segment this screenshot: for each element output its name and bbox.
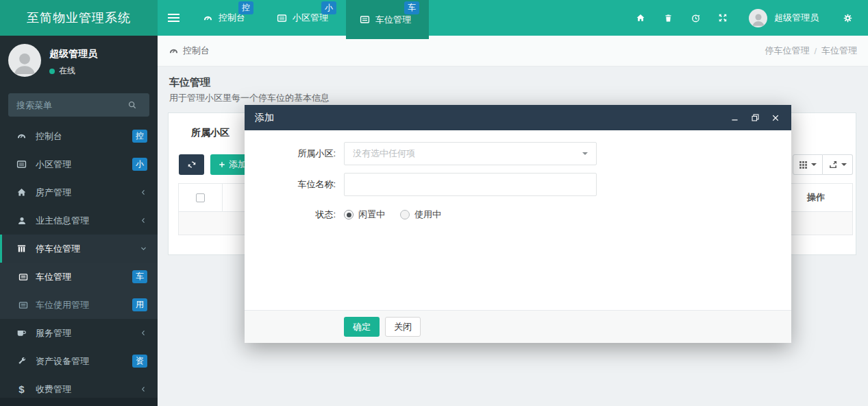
dialog-body: 所属小区: 没有选中任何项 车位名称: 状态: 闲置中 xyxy=(245,130,791,310)
navbar-tab-dashboard[interactable]: 控制台 控 xyxy=(189,0,263,36)
search-button[interactable] xyxy=(127,95,148,115)
columns-button[interactable] xyxy=(793,154,823,175)
app-title: 至简物业管理系统 xyxy=(27,10,131,26)
navbar-tab-parking[interactable]: 车位管理 车 xyxy=(346,0,429,39)
sidebar-item-assets[interactable]: 资产设备管理 资 xyxy=(0,347,158,375)
sidebar-item-property[interactable]: 房产管理 xyxy=(0,178,158,206)
search-icon xyxy=(127,100,148,110)
breadcrumb-section: 停车位管理 xyxy=(765,45,809,57)
list-icon xyxy=(18,272,29,282)
sidebar-item-parking-manage[interactable]: 车位管理 车 xyxy=(0,263,158,291)
caret-down-icon xyxy=(811,163,817,166)
close-button[interactable] xyxy=(768,110,783,126)
app-window: 至简物业管理系统 控制台 控 小区管理 小 车位管理 xyxy=(0,0,868,406)
community-field-row: 所属小区: 没有选中任何项 xyxy=(255,142,781,165)
page-subtitle: 用于管理小区里每一个停车位的基本信息 xyxy=(169,92,856,104)
parking-name-label: 车位名称: xyxy=(255,178,344,191)
top-navbar: 至简物业管理系统 控制台 控 小区管理 小 车位管理 xyxy=(0,0,868,36)
person-icon xyxy=(750,11,767,27)
list-icon xyxy=(16,159,27,169)
gears-icon xyxy=(843,13,853,23)
home-button[interactable] xyxy=(627,0,654,36)
person-icon xyxy=(10,48,39,77)
menu-badge: 资 xyxy=(132,355,147,368)
sidebar-toggle-button[interactable] xyxy=(158,0,189,36)
trash-button[interactable] xyxy=(654,0,682,36)
tab-community-group[interactable]: 所属小区 xyxy=(169,113,230,139)
minimize-icon xyxy=(730,113,739,122)
dashboard-icon xyxy=(169,46,179,56)
parking-submenu: 车位管理 车 车位使用管理 用 xyxy=(0,263,158,319)
navbar-tabs: 控制台 控 小区管理 小 车位管理 车 xyxy=(189,0,429,36)
dialog-header[interactable]: 添加 xyxy=(245,105,791,130)
tab-badge: 控 xyxy=(238,1,253,14)
user-menu[interactable]: 超级管理员 xyxy=(774,12,819,24)
select-all-checkbox[interactable] xyxy=(196,193,205,202)
select-all-cell xyxy=(179,184,223,211)
home-icon xyxy=(636,13,645,23)
sidebar-item-parking[interactable]: 停车位管理 xyxy=(0,235,158,263)
breadcrumb-home-link[interactable]: 控制台 xyxy=(169,45,210,57)
sidebar: 超级管理员 在线 控制台 控 xyxy=(0,36,158,406)
add-dialog: 添加 所属小区: 没有选中任何项 xyxy=(245,105,791,343)
export-button[interactable] xyxy=(823,154,853,175)
grid-icon xyxy=(799,160,808,169)
status-radio-group: 闲置中 使用中 xyxy=(344,208,441,221)
confirm-button[interactable]: 确定 xyxy=(344,317,380,337)
chevron-left-icon xyxy=(140,217,147,224)
chevron-left-icon xyxy=(140,385,147,393)
parking-name-input[interactable] xyxy=(344,173,597,196)
radio-unchecked-icon[interactable] xyxy=(400,210,410,219)
community-select[interactable]: 没有选中任何项 xyxy=(344,142,597,165)
dialog-footer: 确定 关闭 xyxy=(245,310,791,343)
sidebar-item-community[interactable]: 小区管理 小 xyxy=(0,150,158,178)
community-label: 所属小区: xyxy=(255,147,344,160)
fullscreen-button[interactable] xyxy=(709,0,736,36)
navbar-tab-label: 车位管理 xyxy=(375,14,411,26)
list-icon xyxy=(18,300,29,310)
dialog-title: 添加 xyxy=(255,112,274,124)
sidebar-user-status[interactable]: 在线 xyxy=(49,65,97,77)
user-avatar[interactable] xyxy=(749,9,767,27)
minimize-button[interactable] xyxy=(727,110,742,126)
close-icon xyxy=(771,114,780,122)
radio-checked-icon[interactable] xyxy=(344,210,354,219)
breadcrumb-separator: / xyxy=(814,46,817,56)
clear-cache-icon xyxy=(691,13,701,23)
sidebar-item-parking-usage[interactable]: 车位使用管理 用 xyxy=(0,291,158,319)
maximize-button[interactable] xyxy=(747,110,762,126)
sidebar-item-service[interactable]: 服务管理 xyxy=(0,319,158,347)
navbar-right: 超级管理员 xyxy=(627,0,868,36)
sidebar-user-panel: 超级管理员 在线 xyxy=(0,36,158,82)
dashboard-icon xyxy=(203,13,213,23)
service-cup-icon xyxy=(16,328,27,338)
refresh-button[interactable] xyxy=(179,154,204,175)
sidebar-menu: 控制台 控 小区管理 小 房产管理 业主信息管理 xyxy=(0,122,158,403)
breadcrumb-bar: 控制台 停车位管理 / 车位管理 xyxy=(158,36,868,67)
wrench-icon xyxy=(16,357,27,366)
sidebar-item-owner-info[interactable]: 业主信息管理 xyxy=(0,206,158,235)
sidebar-item-dashboard[interactable]: 控制台 控 xyxy=(0,122,158,150)
dialog-close-button[interactable]: 关闭 xyxy=(385,317,421,337)
tab-badge: 小 xyxy=(321,1,336,14)
menu-badge: 车 xyxy=(132,270,147,283)
dashboard-icon xyxy=(16,131,27,141)
status-option-idle[interactable]: 闲置中 xyxy=(344,208,385,221)
parking-columns-icon xyxy=(16,243,27,254)
app-logo: 至简物业管理系统 xyxy=(0,0,158,36)
navbar-tab-community[interactable]: 小区管理 小 xyxy=(263,0,346,36)
breadcrumb: 停车位管理 / 车位管理 xyxy=(765,45,857,57)
status-label: 状态: xyxy=(255,208,344,221)
menu-badge: 小 xyxy=(132,158,147,171)
status-field-row: 状态: 闲置中 使用中 xyxy=(255,208,781,221)
clear-cache-button[interactable] xyxy=(682,0,709,36)
dollar-icon: $ xyxy=(16,383,27,395)
status-option-in-use[interactable]: 使用中 xyxy=(400,208,441,221)
user-icon xyxy=(16,216,27,226)
breadcrumb-current: 车位管理 xyxy=(821,45,857,57)
settings-button[interactable] xyxy=(834,0,861,36)
sidebar-avatar[interactable] xyxy=(8,44,41,77)
table-tools xyxy=(793,154,853,175)
chevron-down-icon xyxy=(140,245,147,252)
caret-down-icon xyxy=(841,163,847,166)
